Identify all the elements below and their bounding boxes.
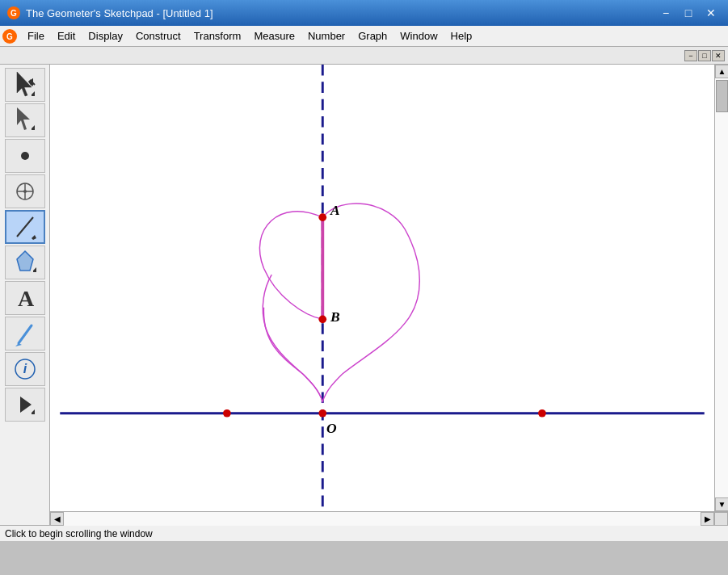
app-icon: G [6, 6, 21, 20]
close-button[interactable]: ✕ [701, 4, 722, 22]
tool-point[interactable] [5, 139, 45, 173]
heart-left-lobe [259, 212, 322, 320]
scroll-track-vertical[interactable] [715, 78, 728, 497]
sub-restore-button[interactable]: □ [698, 50, 711, 61]
svg-point-15 [23, 190, 27, 193]
heart-right-curve [263, 204, 419, 401]
menu-measure[interactable]: Measure [247, 27, 301, 44]
svg-line-16 [17, 217, 33, 237]
tool-animation[interactable] [5, 388, 45, 422]
svg-text:A: A [18, 286, 35, 311]
svg-text:i: i [23, 362, 27, 376]
line-icon [14, 212, 36, 241]
menu-construct[interactable]: Construct [129, 27, 187, 44]
menu-number[interactable]: Number [301, 27, 351, 44]
svg-marker-18 [17, 251, 33, 271]
scroll-down-button[interactable]: ▼ [715, 497, 728, 511]
minimize-button[interactable]: − [655, 4, 676, 22]
maximize-button[interactable]: □ [678, 4, 699, 22]
svg-point-11 [21, 152, 29, 160]
scrollbar-bottom: ◀ ▶ [50, 511, 728, 525]
menu-edit[interactable]: Edit [51, 27, 82, 44]
svg-marker-26 [32, 409, 35, 414]
label-A: A [330, 202, 340, 218]
tool-select[interactable] [5, 68, 45, 102]
tool-compass[interactable] [5, 174, 45, 208]
sub-controls: − □ ✕ [684, 50, 725, 61]
svg-marker-9 [17, 107, 30, 130]
svg-line-21 [19, 325, 32, 343]
polygon-icon [14, 248, 36, 277]
svg-marker-10 [32, 125, 35, 130]
label-B: B [330, 308, 340, 325]
svg-marker-17 [32, 235, 36, 240]
compass-icon [14, 177, 36, 206]
tool-point-transform[interactable] [5, 103, 45, 137]
arrow-icon [14, 70, 36, 99]
sketch-canvas: A B O [50, 65, 714, 511]
marker-icon [14, 319, 36, 348]
tool-text[interactable]: A [5, 281, 45, 315]
info-icon: i [14, 355, 36, 384]
svg-marker-4 [17, 72, 32, 96]
point-A [318, 213, 326, 221]
scrollbar-right: ▲ ▼ [714, 65, 728, 511]
canvas-area[interactable]: A B O [50, 65, 714, 511]
heart-bottom-left [263, 275, 322, 401]
svg-marker-8 [32, 91, 35, 96]
text-icon: A [14, 283, 36, 313]
svg-text:G: G [11, 9, 17, 18]
menu-file[interactable]: File [21, 27, 51, 44]
menu-window[interactable]: Window [393, 27, 444, 44]
label-O: O [326, 420, 337, 436]
tool-polygon[interactable] [5, 246, 45, 279]
svg-text:G: G [6, 32, 13, 41]
svg-marker-22 [15, 343, 22, 346]
toolbar: A i [0, 65, 50, 525]
arrow2-icon [14, 106, 36, 135]
svg-marker-19 [33, 267, 36, 272]
menu-display[interactable]: Display [82, 27, 129, 44]
svg-marker-25 [20, 397, 32, 413]
sub-title-bar: − □ ✕ [0, 47, 728, 65]
sub-minimize-button[interactable]: − [684, 50, 697, 61]
point-B [318, 315, 326, 323]
window-title: The Geometer's Sketchpad - [Untitled 1] [26, 7, 213, 19]
play-icon [14, 390, 36, 419]
menu-transform[interactable]: Transform [187, 27, 248, 44]
resize-corner[interactable] [714, 512, 728, 526]
scroll-up-button[interactable]: ▲ [715, 65, 728, 78]
menu-logo-icon: G [2, 28, 18, 44]
tool-marker[interactable] [5, 317, 45, 350]
status-text: Click to begin scrolling the window [5, 528, 153, 539]
menu-graph[interactable]: Graph [351, 27, 393, 44]
menu-bar: G File Edit Display Construct Transform … [0, 26, 728, 47]
title-bar: G The Geometer's Sketchpad - [Untitled 1… [0, 0, 728, 26]
scroll-right-button[interactable]: ▶ [701, 512, 714, 526]
scroll-track-horizontal[interactable] [64, 512, 701, 526]
point-O [318, 409, 326, 418]
x-axis-left-point [223, 409, 231, 418]
menu-help[interactable]: Help [444, 27, 479, 44]
scroll-thumb-vertical[interactable] [716, 80, 728, 112]
tool-info[interactable]: i [5, 352, 45, 386]
title-left: G The Geometer's Sketchpad - [Untitled 1… [6, 6, 213, 20]
tool-line[interactable] [5, 210, 45, 244]
dot-icon [14, 141, 36, 170]
x-axis-right-point [538, 409, 546, 418]
scroll-left-button[interactable]: ◀ [50, 512, 64, 526]
title-controls: − □ ✕ [655, 4, 722, 22]
sub-close-button[interactable]: ✕ [712, 50, 725, 61]
status-bar: Click to begin scrolling the window [0, 525, 728, 541]
